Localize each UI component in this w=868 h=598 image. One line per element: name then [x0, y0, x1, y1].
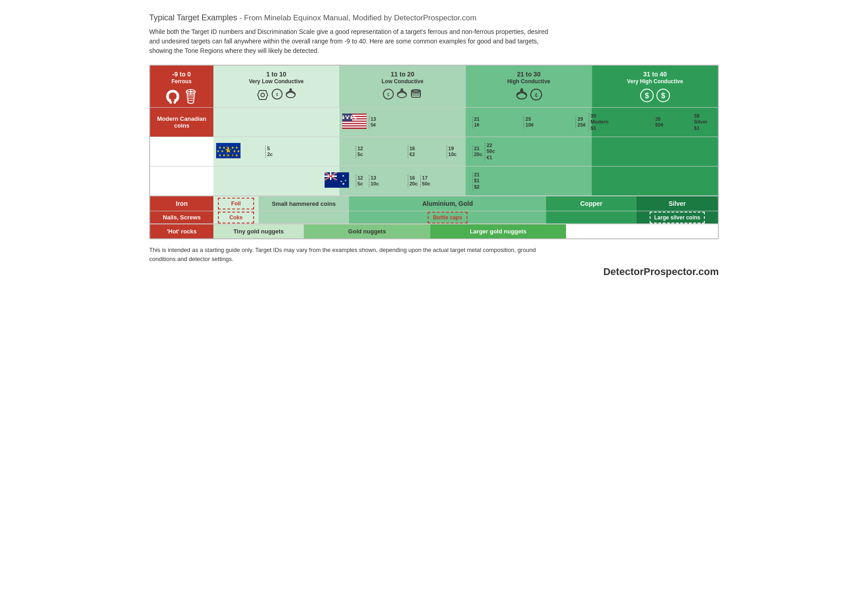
svg-text:¢: ¢ [534, 92, 538, 99]
row-au-coins: ★ ★ ★ ★ 12 5c 13 10c 16 20c [150, 166, 718, 195]
cat-foil-cell: Foil [213, 196, 259, 211]
title-main: Typical Target Examples [149, 13, 237, 22]
header-high: 21 to 30 High Conductive ¢ [466, 66, 592, 107]
coin-16-20c: 16 20c [408, 175, 418, 187]
svg-text:★ ★: ★ ★ [216, 149, 223, 153]
euro-spacer [150, 137, 213, 166]
high-icons: ¢ [515, 88, 542, 101]
cat-coke-label: Coke [218, 212, 254, 223]
header-ferrous: -9 to 0 Ferrous [150, 66, 213, 107]
ferrous-range: -9 to 0 [172, 70, 191, 78]
description-text: While both the Target ID numbers and Dis… [149, 27, 556, 56]
svg-text:$: $ [645, 92, 649, 100]
vlow-label: Very Low Conductive [249, 78, 303, 85]
au-content: ★ ★ ★ ★ 12 5c 13 10c 16 20c [213, 166, 718, 195]
canadian-content: ★★★★★ ★★★★★★ 13 5¢ 21 1¢ 25 10¢ 29 [213, 108, 718, 137]
svg-rect-41 [342, 128, 367, 129]
au-flag: ★ ★ ★ ★ [325, 172, 349, 190]
canadian-bg [213, 108, 718, 137]
coin-22-50c-e1: 22 50c €1 [485, 142, 495, 161]
coin-29-25c: 29 25¢ [576, 116, 585, 128]
coin-13-5c: 13 5¢ [369, 116, 376, 128]
svg-rect-1 [174, 101, 176, 104]
gold-nuggets-label: Gold nuggets [304, 224, 430, 238]
ring-pull-icon [256, 88, 269, 102]
low-icons: ¢ [382, 88, 422, 100]
ring-icon-high [515, 88, 528, 101]
vhigh-icons: $ $ [640, 88, 670, 103]
header-low: 11 to 20 Low Conductive ¢ [340, 66, 466, 107]
cat-copper-empty [546, 211, 637, 223]
svg-point-10 [261, 93, 264, 97]
coin-icon-low: ¢ [382, 88, 394, 100]
page-title: Typical Target Examples - From Minelab E… [149, 9, 719, 24]
coin-30-modern-1: 30 Modern $1 [589, 113, 609, 131]
coin-12-5c-au: 12 5c [356, 175, 363, 187]
gold-remainder [566, 224, 718, 238]
coin-21-20c: 21 20c [472, 146, 482, 157]
svg-text:¢: ¢ [387, 92, 390, 97]
coin-21-1c: 21 1¢ [472, 116, 480, 128]
cat-large-silver-cell: Large silver coins [637, 211, 718, 223]
coin-21-1-2: 21 $1 $2 [472, 172, 480, 190]
cat-hammered-empty [259, 211, 349, 223]
header-vlow: 1 to 10 Very Low Conductive ¢ [213, 66, 340, 107]
scale-header: -9 to 0 Ferrous [150, 66, 718, 107]
au-flag-svg: ★ ★ ★ ★ [325, 172, 349, 188]
us-flag: ★★★★★ ★★★★★★ [342, 114, 367, 131]
tiny-gold-label: Tiny gold nuggets [213, 224, 304, 238]
svg-text:$: $ [661, 92, 665, 100]
cat-silver-label: Silver [637, 196, 718, 211]
euro-bg [213, 137, 718, 166]
cat-row-top: Iron Foil Small hammered coins Aluminium… [150, 195, 718, 211]
au-bg [213, 166, 718, 195]
vhigh-range: 31 to 40 [643, 70, 667, 78]
coin-17-50c: 17 50c [420, 175, 430, 187]
svg-text:★: ★ [342, 174, 344, 177]
dollar-coin-icon-2: $ [656, 88, 670, 103]
horseshoe-icon [165, 88, 181, 104]
vhigh-label: Very High Conductive [627, 78, 683, 85]
coin-25-10c: 25 10¢ [524, 116, 533, 128]
cat-copper-label: Copper [546, 196, 637, 211]
coin-5-2c: 5 2c [265, 146, 273, 157]
ring-icon-low [396, 88, 408, 100]
cat-large-silver-label: Large silver coins [650, 212, 705, 223]
vlow-range: 1 to 10 [266, 70, 286, 78]
screw-icon [183, 88, 199, 104]
title-sub: - From Minelab Equinox Manual, Modified … [237, 14, 476, 22]
cat-bottle-caps-label: Bottle caps [428, 212, 468, 223]
low-label: Low Conductive [382, 78, 424, 85]
small-coin-icon: ¢ [271, 88, 283, 100]
coin-2-1c: 2 1c [226, 146, 234, 157]
footer-note: This is intended as a starting guide onl… [149, 246, 556, 263]
ferrous-label: Ferrous [171, 78, 192, 85]
au-spacer [150, 166, 213, 195]
cat-aluminium-gold-label: Aluminium, Gold [349, 196, 546, 211]
gold-row: 'Hot' rocks Tiny gold nuggets Gold nugge… [150, 223, 718, 238]
hot-rocks-label: 'Hot' rocks [150, 224, 213, 238]
coin-icon-high: ¢ [530, 88, 542, 101]
header-vhigh: 31 to 40 Very High Conductive $ $ [592, 66, 718, 107]
cat-bottle-cell: Bottle caps [349, 211, 546, 223]
high-label: High Conductive [507, 78, 550, 85]
svg-text:¢: ¢ [276, 92, 278, 97]
coin-35-50c: 35 50¢ [653, 116, 663, 128]
svg-text:★: ★ [341, 182, 344, 186]
chart-container: -9 to 0 Ferrous [149, 65, 719, 239]
euro-content: ★ ★ ★ ★ ★ ★ ★ ★ ★ ★ ★ ★ ★ ★ ★ 2 1c 5 2c … [213, 137, 718, 166]
cat-nails-label: Nails, Screws [150, 211, 213, 223]
us-flag-svg: ★★★★★ ★★★★★★ [342, 114, 367, 129]
coin-16-e2: 16 €2 [408, 146, 415, 157]
svg-marker-8 [258, 90, 268, 100]
coin-38-silver-1: 38 Silver $1 [692, 113, 708, 131]
coin-12-5c-eu: 12 5c [356, 146, 363, 157]
ferrous-icons [165, 88, 199, 104]
high-range: 21 to 30 [517, 70, 541, 78]
cat-row-bot: Nails, Screws Coke Bottle caps Large sil… [150, 211, 718, 223]
svg-rect-0 [170, 101, 172, 104]
svg-rect-40 [342, 127, 367, 128]
low-range: 11 to 20 [391, 70, 414, 78]
cat-iron-label: Iron [150, 196, 213, 211]
canadian-label: Modern Canadian coins [150, 108, 213, 137]
